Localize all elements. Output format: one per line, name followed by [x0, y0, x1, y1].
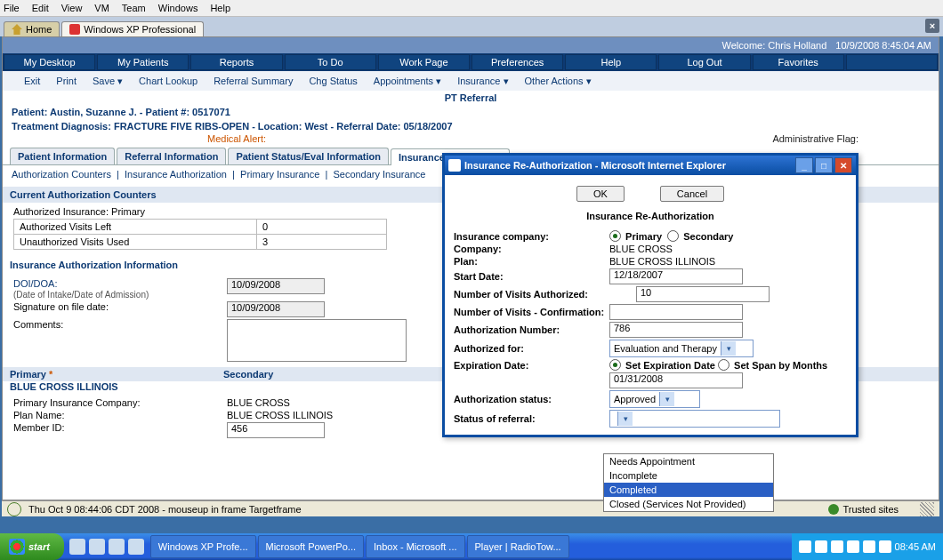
welcome-bar: Welcome: Chris Holland 10/9/2008 8:45:04…: [3, 37, 939, 53]
field-authno[interactable]: 786: [609, 322, 743, 338]
tray-icon[interactable]: [863, 540, 875, 553]
chevron-down-icon: ▾: [721, 341, 736, 356]
required-asterisk: *: [49, 369, 52, 380]
doi-field[interactable]: 10/09/2008: [227, 278, 325, 294]
tab-referral-info[interactable]: Referral Information: [117, 148, 226, 164]
field-nvis[interactable]: 10: [636, 286, 770, 302]
combo-status-referral[interactable]: ▾: [609, 410, 780, 428]
windows-logo-icon: [9, 539, 25, 555]
tool-chg-status[interactable]: Chg Status: [309, 76, 357, 86]
tray-icon[interactable]: [831, 540, 843, 553]
tool-print[interactable]: Print: [56, 76, 77, 86]
task-powerpoint[interactable]: Microsoft PowerPo...: [258, 535, 364, 558]
ie-icon: [448, 159, 461, 172]
vm-tab-home[interactable]: Home: [4, 21, 60, 36]
lbl-nvis: Number of Visits Authorized:: [454, 289, 636, 300]
ok-button[interactable]: OK: [576, 186, 625, 202]
task-player[interactable]: Player | RadioTow...: [467, 535, 569, 558]
nav-todo[interactable]: To Do: [285, 54, 376, 70]
subtab-secondary-ins[interactable]: Secondary Insurance: [333, 169, 425, 180]
tray-icon[interactable]: [815, 540, 827, 553]
option-incomplete[interactable]: Incomplete: [604, 468, 773, 483]
menu-file[interactable]: File: [4, 3, 20, 13]
lbl-expiration: Expiration Date:: [454, 360, 609, 371]
vm-close-button[interactable]: ×: [925, 19, 939, 33]
task-ppt-label: Microsoft PowerPo...: [266, 541, 356, 552]
radio-set-span[interactable]: [718, 359, 729, 371]
option-closed[interactable]: Closed (Services Not Provided): [604, 497, 773, 511]
subtab-auth-counters[interactable]: Authorization Counters: [12, 169, 111, 180]
ql-icon-3[interactable]: [109, 539, 125, 555]
nav-help[interactable]: Help: [565, 54, 657, 70]
member-field[interactable]: 456: [227, 422, 325, 438]
quick-launch: [69, 539, 144, 555]
radio-primary[interactable]: [609, 230, 621, 242]
tray-icon[interactable]: [799, 540, 811, 553]
tool-chart-lookup[interactable]: Chart Lookup: [139, 76, 197, 86]
subtab-primary-ins[interactable]: Primary Insurance: [240, 169, 319, 180]
subtab-ins-auth[interactable]: Insurance Authorization: [125, 169, 227, 180]
medical-alert-label: Medical Alert:: [207, 133, 266, 144]
dialog-maximize-button[interactable]: □: [815, 157, 833, 173]
combo-authfor[interactable]: Evaluation and Therapy▾: [609, 340, 754, 357]
menu-vm[interactable]: VM: [94, 3, 109, 13]
windows-taskbar: start Windows XP Profe... Microsoft Powe…: [0, 533, 943, 560]
nav-workpage[interactable]: Work Page: [378, 54, 470, 70]
task-outlook[interactable]: Inbox - Microsoft ...: [366, 535, 465, 558]
nav-logout[interactable]: Log Out: [658, 54, 750, 70]
field-expiration-date[interactable]: 01/31/2008: [609, 372, 743, 388]
field-start-date[interactable]: 12/18/2007: [609, 268, 743, 284]
option-completed[interactable]: Completed: [604, 483, 773, 497]
menu-windows[interactable]: Windows: [158, 3, 198, 13]
tab-patient-info[interactable]: Patient Information: [10, 148, 115, 164]
auth-counters-table: Authorized Visits Left0 Unauthorized Vis…: [13, 219, 387, 250]
menu-help[interactable]: Help: [210, 3, 230, 13]
tray-icon[interactable]: [847, 540, 859, 553]
tool-insurance[interactable]: Insurance ▾: [457, 76, 508, 87]
menu-team[interactable]: Team: [122, 3, 146, 13]
treatment-line: Treatment Diagnosis: FRACTURE FIVE RIBS-…: [3, 119, 939, 133]
vm-tab-home-label: Home: [26, 24, 52, 35]
menu-view[interactable]: View: [61, 3, 83, 13]
tool-exit[interactable]: Exit: [24, 76, 40, 86]
refresh-icon[interactable]: [7, 502, 21, 516]
radio-set-expiration[interactable]: [609, 359, 621, 371]
ql-icon-4[interactable]: [128, 539, 144, 555]
vm-tab-xp[interactable]: Windows XP Professional: [61, 21, 204, 36]
main-navbar: My Desktop My Patients Reports To Do Wor…: [3, 53, 939, 71]
radio-primary-label: Primary: [625, 231, 662, 242]
nav-favorites[interactable]: Favorites: [753, 54, 844, 70]
sig-field[interactable]: 10/09/2008: [227, 301, 325, 317]
dialog-close-button[interactable]: ✕: [834, 157, 852, 173]
nav-my-desktop[interactable]: My Desktop: [4, 54, 95, 70]
nav-preferences[interactable]: Preferences: [472, 54, 563, 70]
tool-other-actions[interactable]: Other Actions ▾: [525, 76, 592, 87]
ql-icon-2[interactable]: [89, 539, 105, 555]
welcome-datetime: 10/9/2008 8:45:04 AM: [835, 40, 931, 51]
resize-grip[interactable]: [920, 502, 934, 516]
cancel-button[interactable]: Cancel: [660, 186, 724, 202]
nav-blank[interactable]: [846, 54, 938, 70]
tool-referral-summary[interactable]: Referral Summary: [214, 76, 293, 86]
option-needs-appointment[interactable]: Needs Appointment: [604, 454, 773, 468]
nav-my-patients[interactable]: My Patients: [97, 54, 189, 70]
dialog-titlebar[interactable]: Insurance Re-Authorization - Microsoft I…: [445, 156, 856, 175]
nav-reports[interactable]: Reports: [190, 54, 282, 70]
field-nvisconf[interactable]: [609, 304, 743, 320]
lbl-auth-status: Authorization status:: [454, 394, 609, 404]
val-company: BLUE CROSS: [609, 244, 673, 254]
tool-appointments[interactable]: Appointments ▾: [374, 76, 441, 87]
combo-auth-status-value: Approved: [610, 394, 659, 404]
tab-patient-status[interactable]: Patient Status/Eval Information: [228, 148, 389, 164]
task-xp[interactable]: Windows XP Profe...: [150, 535, 256, 558]
start-button[interactable]: start: [0, 533, 64, 560]
menu-edit[interactable]: Edit: [32, 3, 49, 13]
dialog-minimize-button[interactable]: _: [795, 157, 813, 173]
tool-save[interactable]: Save ▾: [93, 76, 123, 87]
comments-field[interactable]: [227, 319, 407, 362]
combo-auth-status[interactable]: Approved▾: [609, 390, 700, 408]
ql-icon-1[interactable]: [69, 539, 85, 555]
dialog-insurance-reauth: Insurance Re-Authorization - Microsoft I…: [442, 153, 858, 437]
radio-secondary[interactable]: [667, 230, 679, 242]
tray-icon[interactable]: [879, 540, 891, 553]
